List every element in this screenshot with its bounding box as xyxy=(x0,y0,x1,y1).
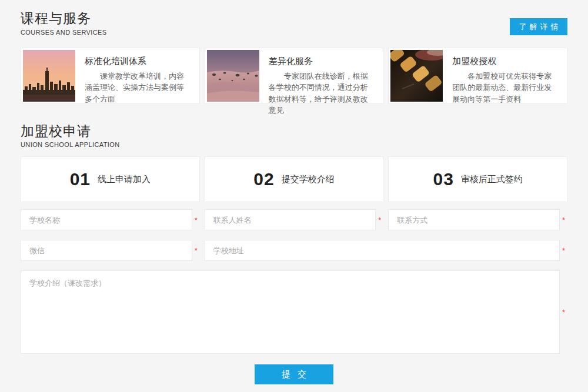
step-card-submit-intro: 02 提交学校介绍 xyxy=(205,156,384,202)
courses-title-block: 课程与服务 COURSES AND SERVICES xyxy=(21,11,107,36)
contact-phone-field: * xyxy=(388,209,567,230)
submit-row: 提交 xyxy=(21,364,567,384)
contact-name-field: * xyxy=(205,209,384,230)
school-name-field: * xyxy=(21,209,200,230)
wechat-field: * xyxy=(21,240,200,261)
submit-button[interactable]: 提交 xyxy=(255,364,333,384)
step-label: 线上申请加入 xyxy=(98,174,151,185)
application-title: 加盟校申请 xyxy=(21,123,120,140)
course-card-differentiated-service: 差异化服务 专家团队在线诊断，根据各学校的不同情况，通过分析数据材料等，给予评测… xyxy=(205,48,384,104)
course-cards: 标准化培训体系 课堂教学改革培训，内容涵盖理论、实操方法与案例等多个方面 xyxy=(21,48,567,104)
course-card-franchise-authorization: 加盟校授权 各加盟校可优先获得专家团队的最新动态、最新行业发展动向等第一手资料 xyxy=(388,48,567,104)
page-content: 课程与服务 COURSES AND SERVICES 了解详情 xyxy=(0,0,588,384)
application-steps: 01 线上申请加入 02 提交学校介绍 03 审核后正式签约 xyxy=(21,156,567,202)
step-number: 01 xyxy=(70,169,91,189)
card-title: 差异化服务 xyxy=(269,56,375,67)
required-marker: * xyxy=(195,216,200,224)
card-description: 专家团队在线诊断，根据各学校的不同情况，通过分析数据材料等，给予评测及教改意见 xyxy=(269,71,375,116)
school-intro-textarea[interactable] xyxy=(21,270,560,354)
step-number: 02 xyxy=(253,169,274,189)
wechat-input[interactable] xyxy=(21,240,192,261)
card-description: 课堂教学改革培训，内容涵盖理论、实操方法与案例等多个方面 xyxy=(85,71,191,105)
card-description: 各加盟校可优先获得专家团队的最新动态、最新行业发展动向等第一手资料 xyxy=(452,71,558,105)
required-marker: * xyxy=(562,216,567,224)
application-form: * * * * * * xyxy=(21,209,567,354)
card-text-block: 加盟校授权 各加盟校可优先获得专家团队的最新动态、最新行业发展动向等第一手资料 xyxy=(443,50,565,102)
course-card-standard-training: 标准化培训体系 课堂教学改革培训，内容涵盖理论、实操方法与案例等多个方面 xyxy=(21,48,200,104)
school-name-input[interactable] xyxy=(21,209,192,230)
step-number: 03 xyxy=(433,169,453,189)
required-marker: * xyxy=(195,247,200,254)
card-title: 标准化培训体系 xyxy=(85,56,191,67)
application-title-block: 加盟校申请 UNION SCHOOL APPLICATION xyxy=(21,123,120,149)
contact-name-input[interactable] xyxy=(205,209,376,230)
film-strip-image xyxy=(390,50,443,102)
application-header: 加盟校申请 UNION SCHOOL APPLICATION xyxy=(21,123,567,149)
courses-title: 课程与服务 xyxy=(21,11,107,27)
contact-phone-input[interactable] xyxy=(388,209,560,230)
courses-subtitle: COURSES AND SERVICES xyxy=(21,29,107,36)
card-text-block: 差异化服务 专家团队在线诊断，根据各学校的不同情况，通过分析数据材料等，给予评测… xyxy=(259,50,382,102)
required-marker: * xyxy=(562,247,567,254)
card-text-block: 标准化培训体系 课堂教学改革培训，内容涵盖理论、实操方法与案例等多个方面 xyxy=(75,50,198,102)
learn-more-button[interactable]: 了解详情 xyxy=(510,18,567,35)
desert-dunes-dusk-image xyxy=(207,50,259,102)
application-subtitle: UNION SCHOOL APPLICATION xyxy=(21,141,120,148)
school-intro-field: * xyxy=(21,270,567,354)
courses-header: 课程与服务 COURSES AND SERVICES 了解详情 xyxy=(21,11,567,36)
step-label: 审核后正式签约 xyxy=(461,174,523,185)
required-marker: * xyxy=(378,216,383,224)
card-title: 加盟校授权 xyxy=(452,56,558,67)
city-skyline-sunset-image xyxy=(23,50,75,102)
step-card-apply-online: 01 线上申请加入 xyxy=(21,156,200,202)
step-card-sign-contract: 03 审核后正式签约 xyxy=(388,156,567,202)
school-address-field: * xyxy=(205,240,567,261)
step-label: 提交学校介绍 xyxy=(282,174,335,185)
required-marker: * xyxy=(562,309,567,316)
school-address-input[interactable] xyxy=(205,240,560,261)
